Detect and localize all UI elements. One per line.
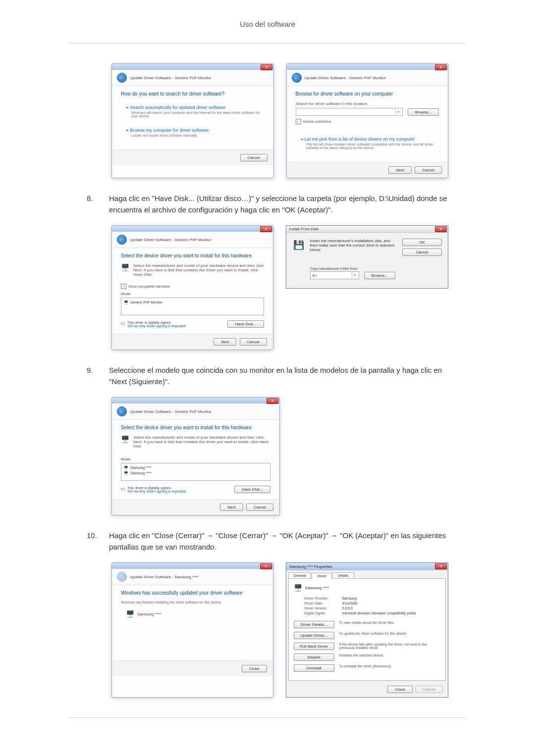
rollback-driver-button[interactable]: Roll Back Driver [294,643,334,650]
title-text: Install From Disk [289,227,319,231]
next-button[interactable]: Next [220,504,243,511]
update-driver-button[interactable]: Update Driver... [294,632,334,639]
list-item[interactable]: 🖥️ Generic PnP Monitor [123,300,262,305]
cancel-button[interactable]: Cancel [240,338,267,346]
signed-text: This driver is digitally signed. [127,321,186,324]
option-desc: This list will show installed driver sof… [306,143,435,150]
monitor-icon: 🖥️ [294,584,302,592]
close-icon[interactable]: ✕ [435,563,447,569]
close-icon[interactable]: ✕ [435,64,447,70]
breadcrumb: ← Update Driver Software - Generic PnP M… [112,232,273,248]
close-icon[interactable]: ✕ [260,563,272,569]
step-text: Seleccione el modelo que coincida con su… [109,365,448,387]
include-subfolders-checkbox[interactable]: ✓ Include subfolders [296,119,439,124]
dialog-device-properties: Samsung **** Properties ✕ General Driver… [286,562,448,698]
close-icon[interactable]: ✕ [260,226,272,232]
list-item[interactable]: 🖥️ Samsung **** [123,470,268,476]
dialog-search-method: ✕ ← Update Driver Software - Generic PnP… [111,63,274,178]
disable-button[interactable]: Disable [294,654,334,661]
step-10: 10. Haga clic en "Close (Cerrar)" → "Clo… [87,530,448,553]
chevron-down-icon[interactable]: ▾ [395,109,402,115]
breadcrumb-text: Update Driver Software - Samsung **** [130,575,199,579]
signing-link[interactable]: Tell me why driver signing is important [127,490,186,493]
driver-details-button[interactable]: Driver Details... [294,621,334,628]
monitor-icon: 🖥️ [124,300,128,304]
option-auto-search[interactable]: Search automatically for updated driver … [121,101,265,121]
list-item[interactable]: 🖥️ Samsung **** [123,465,268,470]
back-button[interactable]: ← [117,73,127,83]
close-button[interactable]: Close [387,686,412,693]
step-number: 10. [87,530,109,553]
close-icon[interactable]: ✕ [261,64,272,70]
model-label: Model [121,292,264,296]
titlebar: ✕ [112,226,273,232]
dialog-select-driver: ✕ ← Update Driver Software - Generic PnP… [111,225,273,350]
list-item-label: Generic PnP Monitor [130,301,162,304]
checkbox-icon[interactable]: ✓ [121,284,126,289]
date-value: 4/14/2005 [342,602,440,605]
step-text: Haga clic en "Have Disk... (Utilizar dis… [109,193,448,215]
compat-hardware-checkbox[interactable]: ✓ Show compatible hardware [121,284,264,289]
instruction-text: Select the manufacturer and model of you… [133,435,270,449]
have-disk-button[interactable]: Have Disk... [234,486,270,493]
model-list[interactable]: 🖥️ Samsung **** 🖥️ Samsung **** [121,463,270,481]
monitor-icon: 🖥️ [126,610,134,618]
driver-details-desc: To view details about the driver files. [339,621,440,624]
next-button[interactable]: Next [214,338,236,346]
footer-rule [69,717,466,718]
signer-value: microsoft windows hardware compatibility… [342,611,440,615]
chevron-down-icon[interactable]: ▾ [352,272,358,278]
provider-label: Driver Provider: [305,597,342,600]
disable-desc: Disables the selected device. [339,654,440,657]
ok-button[interactable]: OK [402,239,442,246]
provider-value: Samsung [342,597,440,600]
option-browse-computer[interactable]: Browse my computer for driver software L… [121,124,265,141]
path-input[interactable]: A:\ ▾ [310,271,359,279]
titlebar: ✕ [112,563,273,569]
uninstall-button[interactable]: Uninstall [294,664,334,672]
browse-button[interactable]: Browse... [364,272,395,279]
tab-panel-driver: 🖥️ Samsung **** Driver Provider: Samsung… [288,578,446,681]
tab-details[interactable]: Details [332,572,354,578]
close-button[interactable]: Close [242,665,267,672]
dialog-title: How do you want to search for driver sof… [121,91,265,97]
model-list[interactable]: 🖥️ Generic PnP Monitor [121,298,264,315]
option-desc: Locate and install driver software manua… [131,134,260,137]
dialog-install-from-disk: Install From Disk ✕ 💾 Insert the manufac… [286,225,448,289]
tab-driver[interactable]: Driver [312,573,332,579]
checkbox-icon[interactable]: ✓ [296,119,301,124]
step-number: 8. [87,193,109,215]
date-label: Driver Date: [305,602,342,605]
back-button[interactable]: ← [292,73,302,83]
breadcrumb-text: Update Driver Software - Generic PnP Mon… [305,76,386,80]
cancel-button[interactable]: Cancel [415,166,442,174]
breadcrumb: ← Update Driver Software - Samsung **** [112,569,273,585]
tab-general[interactable]: General [288,572,312,578]
back-button[interactable]: ← [117,235,127,245]
signing-link[interactable]: Tell me why driver signing is important [127,324,186,328]
cancel-button[interactable]: Cancel [402,249,442,256]
option-desc: Windows will search your computer and th… [131,111,260,118]
have-disk-button[interactable]: Have Disk... [227,320,264,328]
success-subtext: Windows has finished installing the driv… [121,601,264,604]
close-icon[interactable]: ✕ [267,398,278,404]
back-button[interactable]: ← [117,406,127,416]
location-input[interactable]: ▾ [296,108,403,116]
cancel-button[interactable]: Cancel [246,504,273,511]
dialog-title: Browse for driver software on your compu… [296,91,439,97]
cancel-button[interactable]: Cancel [240,154,268,161]
cancel-button: Cancel [416,686,443,693]
dialog-select-driver-samsung: ✕ ← Update Driver Software - Generic PnP… [111,397,280,515]
dialog-titlebar: Samsung **** Properties ✕ [286,563,448,570]
breadcrumb: ← Update Driver Software - Generic PnP M… [112,403,279,420]
browse-button[interactable]: Browse... [408,108,439,116]
monitor-icon: 🖥️ [124,465,128,470]
next-button[interactable]: Next [388,166,411,174]
checkbox-label: Include subfolders [303,120,331,123]
list-item-label: Samsung **** [130,466,151,469]
dialog-update-success: ✕ ← Update Driver Software - Samsung ***… [111,562,273,698]
option-pick-from-list[interactable]: Let me pick from a list of device driver… [296,133,439,153]
disk-icon: 💾 [292,239,305,252]
update-driver-desc: To update the driver software for this d… [339,632,440,635]
close-icon[interactable]: ✕ [435,226,447,232]
